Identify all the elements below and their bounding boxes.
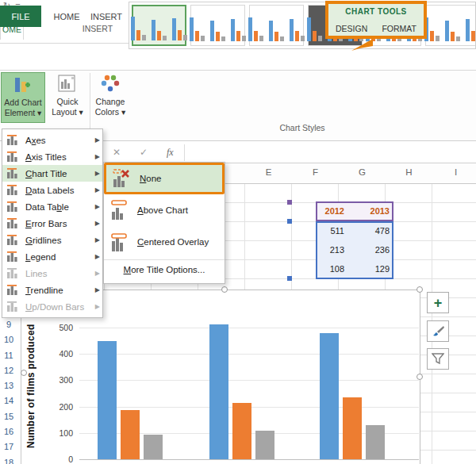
submenu-item-none[interactable]: None bbox=[104, 163, 225, 194]
range-handle-top[interactable] bbox=[287, 200, 292, 205]
tab-file[interactable]: FILE bbox=[0, 6, 41, 27]
bar-gray-series-2012[interactable] bbox=[255, 431, 274, 459]
chart-title-icon bbox=[6, 167, 21, 179]
thumbnail-bar bbox=[201, 36, 205, 41]
cell-d-row1[interactable]: 511 bbox=[324, 226, 344, 236]
cell-d-row2[interactable]: 213 bbox=[324, 245, 344, 255]
menu-item-up-down-bars: Up/Down Bars▶ bbox=[2, 298, 102, 315]
data-labels-icon bbox=[6, 184, 21, 196]
chart-tools-annotation-box: CHART TOOLS DESIGN FORMAT bbox=[325, 1, 427, 39]
axis-titles-icon bbox=[6, 151, 21, 163]
menu-item-legend[interactable]: Legend▶ bbox=[2, 248, 102, 265]
y-axis-tick-label: 100 bbox=[27, 428, 73, 438]
thumbnail-bar bbox=[248, 17, 252, 41]
tab-design-contextual[interactable]: DESIGN bbox=[336, 24, 367, 33]
chart-style-thumbnail-style-1[interactable] bbox=[132, 5, 186, 46]
ribbon-group-divider bbox=[90, 73, 90, 130]
thumbnail-bar bbox=[157, 31, 161, 40]
row-header-14[interactable]: 14 bbox=[0, 393, 17, 408]
chart-filters-button[interactable] bbox=[427, 348, 449, 370]
menu-item-chart-title[interactable]: Chart Title▶ bbox=[2, 165, 102, 182]
submenu-item-more-title-options[interactable]: More Title Options... bbox=[104, 259, 225, 280]
thumbnail-bar bbox=[269, 21, 273, 41]
menu-item-data-table[interactable]: Data Table▶ bbox=[2, 198, 102, 215]
formula-cancel-icon[interactable]: ✕ bbox=[113, 147, 121, 158]
legend-icon bbox=[6, 251, 21, 263]
range-handle-mid[interactable] bbox=[287, 219, 292, 224]
tab2-home[interactable]: HOME bbox=[49, 6, 84, 27]
cell-e-row2[interactable]: 236 bbox=[361, 245, 390, 255]
bar-gray-series-2013[interactable] bbox=[366, 425, 385, 459]
change-colors-button[interactable]: ChangeColors ▾ bbox=[92, 72, 129, 123]
chart-styles-button[interactable] bbox=[427, 320, 449, 342]
chart-style-thumbnail-style-2[interactable] bbox=[190, 5, 245, 46]
row-header-11[interactable]: 11 bbox=[0, 348, 17, 363]
submenu-item-centered-overlay[interactable]: Centered Overlay bbox=[104, 226, 225, 258]
menu-item-trendline[interactable]: Trendline▶ bbox=[2, 282, 102, 298]
menu-item-axes[interactable]: Axes▶ bbox=[2, 132, 102, 148]
submenu-arrow-icon: ▶ bbox=[95, 203, 100, 210]
menu-item-gridlines[interactable]: Gridlines▶ bbox=[2, 232, 102, 248]
cell-d-row3[interactable]: 108 bbox=[324, 264, 344, 274]
title-overlay-icon bbox=[109, 232, 129, 252]
add-chart-element-button[interactable]: Add ChartElement ▾ bbox=[1, 72, 45, 123]
row-header-15[interactable]: 15 bbox=[0, 409, 17, 424]
submenu-arrow-icon: ▶ bbox=[95, 253, 100, 260]
bar-blue-series-2011[interactable] bbox=[98, 341, 117, 459]
thumbnail-bar bbox=[216, 32, 220, 41]
thumbnail-bar bbox=[190, 17, 194, 41]
bar-orange-series-2013[interactable] bbox=[343, 397, 362, 459]
thumbnail-bar bbox=[295, 31, 299, 41]
cell-e-row1[interactable]: 478 bbox=[361, 226, 390, 236]
menu-item-label: Chart Title bbox=[25, 169, 67, 178]
cell-d-year[interactable]: 2012 bbox=[324, 206, 344, 216]
bar-orange-series-2011[interactable] bbox=[121, 410, 140, 459]
row-header-9[interactable]: 9 bbox=[0, 317, 17, 332]
thumbnail-bar bbox=[471, 31, 475, 41]
quick-layout-button[interactable]: QuickLayout ▾ bbox=[48, 72, 87, 123]
row-header-17[interactable]: 17 bbox=[0, 439, 17, 454]
y-axis-tick-label: 0 bbox=[27, 454, 73, 464]
thumbnail-bar bbox=[172, 18, 176, 40]
row-header-13[interactable]: 13 bbox=[0, 378, 17, 393]
submenu-item-none-label: None bbox=[140, 174, 162, 183]
col-header-f[interactable]: F bbox=[292, 167, 339, 177]
bar-gray-series-2011[interactable] bbox=[144, 435, 163, 459]
thumbnail-bar bbox=[142, 35, 146, 40]
thumbnail-bar bbox=[236, 31, 240, 41]
menu-item-data-labels[interactable]: Data Labels▶ bbox=[2, 182, 102, 198]
submenu-arrow-icon: ▶ bbox=[95, 220, 100, 227]
menu-item-axis-titles[interactable]: Axis Titles▶ bbox=[2, 148, 102, 165]
row-header-18[interactable]: 18 bbox=[0, 455, 17, 464]
tab2-insert[interactable]: INSERT bbox=[86, 6, 127, 27]
row-header-12[interactable]: 12 bbox=[0, 363, 17, 378]
submenu-item-above-chart[interactable]: Above Chart bbox=[104, 194, 225, 226]
row-header-10[interactable]: 10 bbox=[0, 332, 17, 347]
range-handle-bottom[interactable] bbox=[287, 276, 292, 281]
chart-gridline bbox=[79, 380, 419, 381]
chart-style-thumbnail-style-6[interactable] bbox=[425, 5, 476, 46]
col-header-g[interactable]: G bbox=[339, 167, 386, 177]
bar-orange-series-2012[interactable] bbox=[232, 403, 251, 459]
insert-function-icon[interactable]: fx bbox=[167, 147, 174, 159]
row-header-16[interactable]: 16 bbox=[0, 424, 17, 439]
cell-e-row3[interactable]: 129 bbox=[361, 264, 390, 274]
chart-elements-button[interactable]: + bbox=[427, 292, 449, 313]
menu-item-label: Trendline bbox=[25, 286, 63, 295]
col-header-i[interactable]: I bbox=[432, 167, 476, 177]
cell-e-year[interactable]: 2013 bbox=[361, 206, 390, 216]
chart-resize-handle-top[interactable] bbox=[221, 286, 228, 293]
col-header-e[interactable]: E bbox=[245, 167, 292, 177]
chart-style-thumbnail-style-3[interactable] bbox=[249, 5, 304, 46]
thumbnail-bar bbox=[221, 36, 225, 41]
chart-resize-handle-left[interactable] bbox=[21, 370, 27, 376]
menu-item-error-bars[interactable]: Error Bars▶ bbox=[2, 215, 102, 232]
formula-enter-icon[interactable]: ✓ bbox=[140, 147, 148, 158]
chart-resize-handle-right[interactable] bbox=[416, 374, 423, 380]
tab-format-contextual[interactable]: FORMAT bbox=[382, 24, 416, 33]
bar-blue-series-2013[interactable] bbox=[320, 333, 339, 459]
chart-resize-handle-topright[interactable] bbox=[416, 286, 423, 293]
submenu-arrow-icon: ▶ bbox=[95, 303, 100, 310]
col-header-h[interactable]: H bbox=[386, 167, 432, 177]
bar-blue-series-2012[interactable] bbox=[209, 324, 228, 459]
